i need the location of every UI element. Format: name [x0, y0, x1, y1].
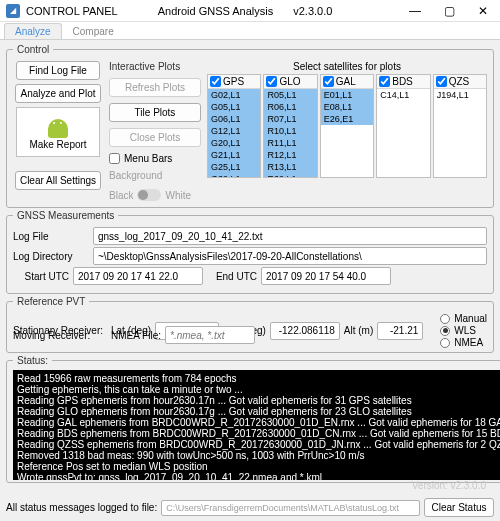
status-group: Status: Read 15966 raw measurements from… — [6, 355, 500, 483]
menu-bars-checkbox[interactable] — [109, 153, 120, 164]
radio-icon — [440, 338, 450, 348]
gnss-legend: GNSS Measurements — [13, 210, 118, 221]
sat-cell[interactable]: C14,L1 — [377, 89, 429, 101]
moving-label: Moving Receiver: — [13, 330, 107, 341]
sat-cell[interactable]: G06,L1 — [208, 113, 260, 125]
gnss-group: GNSS Measurements Log File Log Directory… — [6, 210, 494, 294]
sat-header-label: GPS — [223, 76, 244, 87]
nmea-file-label: NMEA File: — [111, 330, 161, 341]
radio-icon — [440, 314, 450, 324]
sat-column-gps: GPSG02,L1G05,L1G06,L1G12,L1G20,L1G21,L1G… — [207, 74, 261, 178]
pvt-group: Reference PVT Stationary Receiver: Lat (… — [6, 296, 494, 353]
sat-cell[interactable]: R13,L1 — [264, 161, 316, 173]
status-line: Removed 1318 bad meas: 990 with towUnc>5… — [17, 450, 500, 461]
sat-cell[interactable]: R10,L1 — [264, 125, 316, 137]
window-titlebar: ◢ CONTROL PANEL Android GNSS Analysis v2… — [0, 0, 500, 22]
sat-header-label: GAL — [336, 76, 356, 87]
sat-checkbox-glo[interactable] — [266, 76, 277, 87]
log-dir-input[interactable] — [93, 247, 487, 265]
sat-cell[interactable]: R07,L1 — [264, 113, 316, 125]
menu-bars-label: Menu Bars — [124, 153, 172, 164]
refresh-plots-button[interactable]: Refresh Plots — [109, 78, 201, 97]
control-group: Control Find Log File Analyze and Plot M… — [6, 44, 494, 208]
sat-checkbox-gps[interactable] — [210, 76, 221, 87]
nmea-file-input[interactable] — [165, 326, 255, 344]
sat-cell[interactable]: G20,L1 — [208, 137, 260, 149]
end-utc-input[interactable] — [261, 267, 391, 285]
footer-path-input[interactable] — [161, 500, 420, 516]
maximize-button[interactable]: ▢ — [432, 0, 466, 22]
status-line: Reading QZSS ephemeris from BRDC00WRD_R_… — [17, 439, 500, 450]
log-file-label: Log File — [13, 231, 89, 242]
status-line: Read 15966 raw measurements from 784 epo… — [17, 373, 500, 384]
start-utc-input[interactable] — [73, 267, 203, 285]
sat-cell[interactable]: R20,L1 — [264, 173, 316, 178]
sat-header-label: QZS — [449, 76, 470, 87]
wls-radio-row[interactable]: WLS — [440, 325, 487, 336]
status-line: Reading BDS ephemeris from BRDC00WRD_R_2… — [17, 428, 500, 439]
make-report-label: Make Report — [29, 139, 86, 150]
window-version: v2.3.0.0 — [293, 5, 332, 17]
sat-header-label: GLO — [279, 76, 300, 87]
tile-plots-button[interactable]: Tile Plots — [109, 103, 201, 122]
sat-header-label: BDS — [392, 76, 413, 87]
sat-checkbox-bds[interactable] — [379, 76, 390, 87]
lon-input[interactable] — [270, 322, 340, 340]
manual-label: Manual — [454, 313, 487, 324]
analyze-plot-button[interactable]: Analyze and Plot — [15, 84, 100, 103]
android-icon — [47, 115, 69, 137]
status-line: Reading GAL ephemeris from BRDC00WRD_R_2… — [17, 417, 500, 428]
footer-label: All status messages logged to file: — [6, 502, 157, 513]
satellite-selection: Select satellites for plots GPSG02,L1G05… — [207, 59, 487, 201]
window-title: CONTROL PANEL — [26, 5, 118, 17]
status-line: Reading GLO ephemeris from hour2630.17g … — [17, 406, 500, 417]
tab-strip: Analyze Compare — [0, 22, 500, 40]
nmea-radio-row[interactable]: NMEA — [440, 337, 487, 348]
sat-cell[interactable]: J194,L1 — [434, 89, 486, 101]
wls-label: WLS — [454, 325, 476, 336]
radio-icon — [440, 326, 450, 336]
sat-cell[interactable]: E26,E1 — [321, 113, 373, 125]
clear-all-button[interactable]: Clear All Settings — [15, 171, 101, 190]
status-line: Wrote gnssPvt to: gnss_log_2017_09_20_10… — [17, 472, 500, 480]
status-line: Reference Pos set to median WLS position — [17, 461, 500, 472]
sat-cell[interactable]: E08,L1 — [321, 101, 373, 113]
alt-input[interactable] — [377, 322, 423, 340]
minimize-button[interactable]: — — [398, 0, 432, 22]
control-legend: Control — [13, 44, 53, 55]
start-utc-label: Start UTC — [13, 271, 69, 282]
make-report-button[interactable]: Make Report — [16, 107, 100, 157]
close-button[interactable]: ✕ — [466, 0, 500, 22]
find-log-button[interactable]: Find Log File — [16, 61, 100, 80]
sat-checkbox-gal[interactable] — [323, 76, 334, 87]
close-plots-button[interactable]: Close Plots — [109, 128, 201, 147]
alt-label: Alt (m) — [344, 325, 373, 336]
clear-status-button[interactable]: Clear Status — [424, 498, 494, 517]
sat-cell[interactable]: R11,L1 — [264, 137, 316, 149]
footer: All status messages logged to file: Clea… — [0, 496, 500, 519]
log-file-input[interactable] — [93, 227, 487, 245]
interactive-plots-label: Interactive Plots — [109, 61, 201, 72]
app-logo-icon: ◢ — [6, 4, 20, 18]
sat-column-glo: GLOR05,L1R06,L1R07,L1R10,L1R11,L1R12,L1R… — [263, 74, 317, 178]
sat-cell[interactable]: R06,L1 — [264, 101, 316, 113]
window-subtitle: Android GNSS Analysis — [158, 5, 274, 17]
manual-radio-row[interactable]: Manual — [440, 313, 487, 324]
sat-cell[interactable]: G25,L1 — [208, 161, 260, 173]
sat-cell[interactable]: R05,L1 — [264, 89, 316, 101]
tab-analyze[interactable]: Analyze — [4, 23, 62, 39]
sat-title: Select satellites for plots — [207, 61, 487, 72]
sat-cell[interactable]: E01,L1 — [321, 89, 373, 101]
sat-cell[interactable]: G02,L1 — [208, 89, 260, 101]
sat-cell[interactable]: G29,L1 — [208, 173, 260, 178]
status-line: Getting ephemeris, this can take a minut… — [17, 384, 500, 395]
sat-column-bds: BDSC14,L1 — [376, 74, 430, 178]
tab-compare[interactable]: Compare — [62, 23, 125, 39]
sat-cell[interactable]: R12,L1 — [264, 149, 316, 161]
sat-cell[interactable]: G05,L1 — [208, 101, 260, 113]
sat-cell[interactable]: G21,L1 — [208, 149, 260, 161]
sat-cell[interactable]: G12,L1 — [208, 125, 260, 137]
sat-column-qzs: QZSJ194,L1 — [433, 74, 487, 178]
background-toggle[interactable] — [137, 189, 161, 201]
sat-checkbox-qzs[interactable] — [436, 76, 447, 87]
